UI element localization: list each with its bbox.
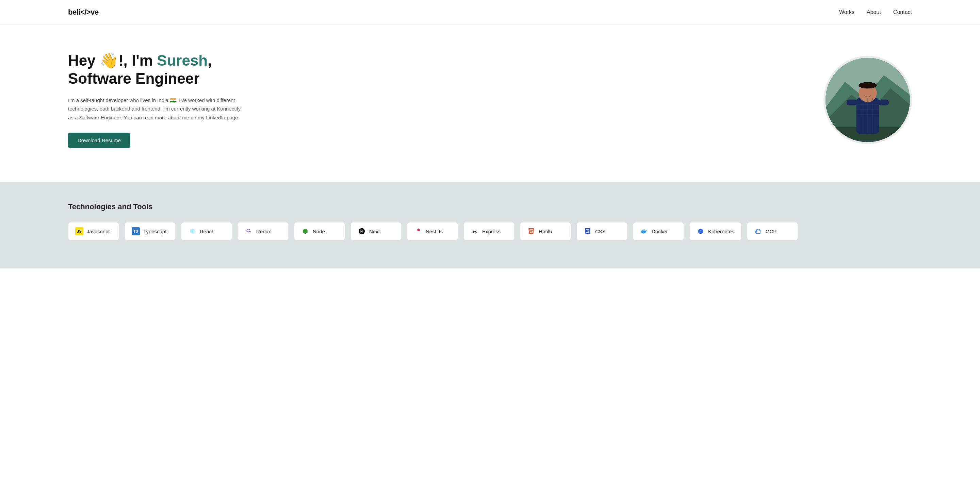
tech-label-react: React xyxy=(200,228,213,234)
tech-badge-gcp: GCP xyxy=(747,222,798,241)
tech-label-kubernetes: Kubernetes xyxy=(708,228,734,234)
tech-badge-react: ⚛ React xyxy=(181,222,232,241)
svg-rect-14 xyxy=(878,99,889,105)
avatar-image xyxy=(826,58,910,142)
node-icon xyxy=(301,227,309,235)
tech-label-express: Express xyxy=(482,228,501,234)
html5-icon xyxy=(527,227,535,235)
tech-badge-typescript: TS Typescript xyxy=(124,222,176,241)
tech-grid: JS Javascript TS Typescript ⚛ React Redu… xyxy=(68,222,912,241)
tech-section-title: Technologies and Tools xyxy=(68,202,912,211)
svg-point-12 xyxy=(859,82,877,89)
hero-name: Suresh xyxy=(157,52,208,69)
express-icon: ex xyxy=(471,227,479,235)
tech-badge-redux: Redux xyxy=(237,222,288,241)
tech-badge-node: Node xyxy=(294,222,345,241)
nav-about[interactable]: About xyxy=(867,9,881,15)
nav-works[interactable]: Works xyxy=(839,9,854,15)
react-icon: ⚛ xyxy=(188,227,196,235)
gcp-icon xyxy=(754,227,762,235)
tech-label-node: Node xyxy=(313,228,325,234)
docker-icon xyxy=(640,227,648,235)
tech-label-javascript: Javascript xyxy=(87,228,110,234)
redux-icon xyxy=(245,227,253,235)
nestjs-icon xyxy=(414,227,422,235)
tech-label-docker: Docker xyxy=(652,228,668,234)
tech-badge-express: ex Express xyxy=(463,222,514,241)
css-icon xyxy=(584,227,592,235)
avatar xyxy=(824,56,912,144)
js-icon: JS xyxy=(75,227,83,235)
tech-badge-css: CSS xyxy=(576,222,627,241)
next-icon xyxy=(358,227,366,235)
logo[interactable]: beli</>ve xyxy=(68,8,99,17)
tech-badge-javascript: JS Javascript xyxy=(68,222,119,241)
download-resume-button[interactable]: Download Resume xyxy=(68,133,130,148)
tech-label-redux: Redux xyxy=(256,228,271,234)
hero-text: Hey 👋!, I'm Suresh, Software Engineer I'… xyxy=(68,52,245,148)
svg-rect-13 xyxy=(846,99,857,105)
tech-badge-next: Next xyxy=(350,222,401,241)
tech-label-typescript: Typescript xyxy=(143,228,166,234)
hero-section: Hey 👋!, I'm Suresh, Software Engineer I'… xyxy=(0,24,980,182)
tech-badge-html5: Html5 xyxy=(520,222,571,241)
hero-description: I'm a self-taught developer who lives in… xyxy=(68,96,245,122)
nav-contact[interactable]: Contact xyxy=(893,9,912,15)
nav: Works About Contact xyxy=(839,9,912,15)
tech-section: Technologies and Tools JS Javascript TS … xyxy=(0,182,980,268)
tech-label-next: Next xyxy=(369,228,380,234)
tech-label-nestjs: Nest Js xyxy=(426,228,443,234)
tech-label-css: CSS xyxy=(595,228,606,234)
tech-badge-docker: Docker xyxy=(633,222,684,241)
avatar-wrapper xyxy=(824,56,912,144)
tech-label-html5: Html5 xyxy=(539,228,552,234)
ts-icon: TS xyxy=(132,227,140,235)
header: beli</>ve Works About Contact xyxy=(0,0,980,24)
hero-title: Hey 👋!, I'm Suresh, Software Engineer xyxy=(68,52,245,88)
tech-label-gcp: GCP xyxy=(765,228,777,234)
tech-badge-kubernetes: Kubernetes xyxy=(689,222,741,241)
tech-badge-nestjs: Nest Js xyxy=(407,222,458,241)
kubernetes-icon xyxy=(697,227,705,235)
